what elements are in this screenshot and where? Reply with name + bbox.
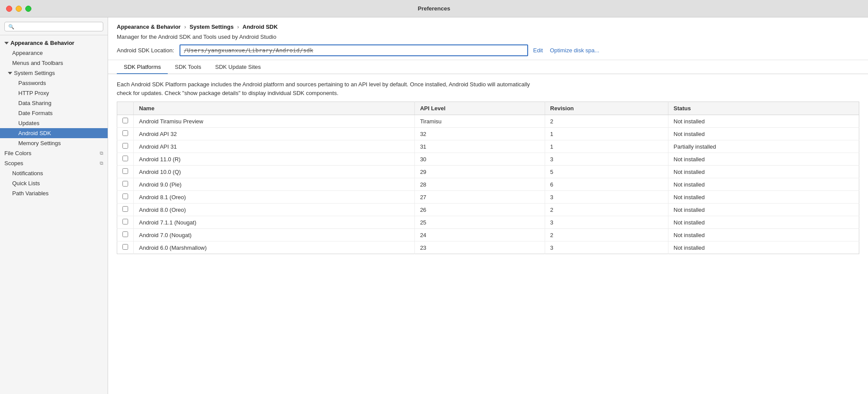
cell-api-level: Tiramisu xyxy=(414,115,545,128)
window-title: Preferences xyxy=(418,5,450,12)
row-checkbox[interactable] xyxy=(122,143,128,149)
sidebar-item-label: File Colors xyxy=(4,150,31,156)
edit-button[interactable]: Edit xyxy=(533,47,543,54)
row-checkbox[interactable] xyxy=(122,156,128,161)
cell-revision: 5 xyxy=(545,166,668,178)
page-subtitle: Manager for the Android SDK and Tools us… xyxy=(117,34,859,40)
sidebar-item-updates[interactable]: Updates xyxy=(0,118,108,128)
cell-revision: 6 xyxy=(545,178,668,191)
collapse-icon xyxy=(8,72,12,75)
tab-sdk-tools[interactable]: SDK Tools xyxy=(168,60,208,74)
sdk-location-label: Android SDK Location: xyxy=(117,47,174,54)
window-controls xyxy=(6,6,31,12)
cell-status: Not installed xyxy=(668,153,859,166)
sidebar-section-appearance-behavior[interactable]: Appearance & Behavior xyxy=(0,38,108,48)
search-input[interactable] xyxy=(17,24,99,30)
sidebar-item-http-proxy[interactable]: HTTP Proxy xyxy=(0,88,108,98)
sidebar-subsection-system-settings[interactable]: System Settings xyxy=(0,68,108,78)
sidebar-item-label: Notifications xyxy=(12,170,43,177)
cell-revision: 3 xyxy=(545,241,668,254)
sidebar-item-android-sdk[interactable]: Android SDK xyxy=(0,128,108,138)
sidebar-item-label: Memory Settings xyxy=(18,140,61,146)
cell-api-level: 25 xyxy=(414,216,545,229)
row-checkbox[interactable] xyxy=(122,244,128,250)
cell-status: Not installed xyxy=(668,128,859,140)
maximize-button[interactable] xyxy=(25,6,31,12)
sidebar-item-date-formats[interactable]: Date Formats xyxy=(0,108,108,118)
sidebar-item-label: Android SDK xyxy=(18,130,51,136)
row-checkbox[interactable] xyxy=(122,219,128,224)
cell-name: Android 6.0 (Marshmallow) xyxy=(134,241,415,254)
sidebar-item-passwords[interactable]: Passwords xyxy=(0,78,108,88)
sidebar-item-label: Path Variables xyxy=(12,190,49,197)
breadcrumb: Appearance & Behavior › System Settings … xyxy=(117,24,859,30)
sidebar-item-memory-settings[interactable]: Memory Settings xyxy=(0,138,108,148)
table-row: Android 8.1 (Oreo)273Not installed xyxy=(117,191,859,204)
table-row: Android 10.0 (Q)295Not installed xyxy=(117,166,859,178)
col-name: Name xyxy=(134,102,415,115)
content-area: Appearance & Behavior › System Settings … xyxy=(108,17,868,394)
breadcrumb-part3: Android SDK xyxy=(243,24,278,30)
cell-status: Not installed xyxy=(668,229,859,241)
sdk-table-wrapper: Name API Level Revision Status Android T… xyxy=(108,102,868,394)
cell-revision: 1 xyxy=(545,128,668,140)
cell-name: Android 9.0 (Pie) xyxy=(134,178,415,191)
collapse-icon xyxy=(4,42,9,44)
copy-icon: ⧉ xyxy=(100,160,103,166)
sidebar-item-label: HTTP Proxy xyxy=(18,90,49,96)
main-container: 🔍 Appearance & Behavior Appearance Menus… xyxy=(0,17,868,394)
table-row: Android 11.0 (R)303Not installed xyxy=(117,153,859,166)
close-button[interactable] xyxy=(6,6,12,12)
cell-api-level: 28 xyxy=(414,178,545,191)
table-row: Android 9.0 (Pie)286Not installed xyxy=(117,178,859,191)
sidebar-item-label: Date Formats xyxy=(18,110,53,116)
sidebar-item-file-colors[interactable]: File Colors ⧉ xyxy=(0,148,108,158)
sidebar-item-path-variables[interactable]: Path Variables xyxy=(0,188,108,198)
table-row: Android API 31311Partially installed xyxy=(117,140,859,153)
sidebar-item-label: Updates xyxy=(18,120,39,126)
row-checkbox[interactable] xyxy=(122,206,128,212)
table-row: Android 6.0 (Marshmallow)233Not installe… xyxy=(117,241,859,254)
cell-revision: 1 xyxy=(545,140,668,153)
minimize-button[interactable] xyxy=(16,6,22,12)
cell-revision: 2 xyxy=(545,115,668,128)
sidebar-item-scopes[interactable]: Scopes ⧉ xyxy=(0,158,108,168)
sidebar-item-quick-lists[interactable]: Quick Lists xyxy=(0,178,108,188)
row-checkbox[interactable] xyxy=(122,168,128,174)
sidebar-item-appearance[interactable]: Appearance xyxy=(0,48,108,58)
cell-status: Not installed xyxy=(668,178,859,191)
row-checkbox[interactable] xyxy=(122,130,128,136)
search-icon: 🔍 xyxy=(8,24,14,30)
cell-revision: 2 xyxy=(545,204,668,216)
row-checkbox[interactable] xyxy=(122,118,128,123)
cell-api-level: 30 xyxy=(414,153,545,166)
row-checkbox[interactable] xyxy=(122,181,128,187)
description-text: Each Android SDK Platform package includ… xyxy=(108,74,544,102)
cell-revision: 3 xyxy=(545,153,668,166)
sidebar-item-data-sharing[interactable]: Data Sharing xyxy=(0,98,108,108)
optimize-disk-button[interactable]: Optimize disk spa... xyxy=(550,47,599,54)
cell-name: Android 8.0 (Oreo) xyxy=(134,204,415,216)
sdk-location-input-wrapper[interactable] xyxy=(180,44,528,56)
row-checkbox[interactable] xyxy=(122,231,128,237)
table-row: Android API 32321Not installed xyxy=(117,128,859,140)
title-bar: Preferences xyxy=(0,0,868,17)
cell-api-level: 32 xyxy=(414,128,545,140)
cell-name: Android API 32 xyxy=(134,128,415,140)
tab-sdk-update-sites[interactable]: SDK Update Sites xyxy=(208,60,268,74)
sidebar-item-notifications[interactable]: Notifications xyxy=(0,168,108,178)
sidebar-item-label: Data Sharing xyxy=(18,100,51,106)
cell-name: Android 7.0 (Nougat) xyxy=(134,229,415,241)
table-row: Android 8.0 (Oreo)262Not installed xyxy=(117,204,859,216)
col-status: Status xyxy=(668,102,859,115)
table-row: Android 7.0 (Nougat)242Not installed xyxy=(117,229,859,241)
search-wrapper[interactable]: 🔍 xyxy=(4,22,103,31)
tab-sdk-platforms[interactable]: SDK Platforms xyxy=(117,60,168,74)
sdk-location-input[interactable] xyxy=(184,47,524,54)
cell-name: Android 8.1 (Oreo) xyxy=(134,191,415,204)
row-checkbox[interactable] xyxy=(122,194,128,199)
search-bar: 🔍 xyxy=(0,17,108,35)
breadcrumb-part2: System Settings xyxy=(190,24,234,30)
sidebar-item-menus-toolbars[interactable]: Menus and Toolbars xyxy=(0,58,108,68)
cell-name: Android 10.0 (Q) xyxy=(134,166,415,178)
